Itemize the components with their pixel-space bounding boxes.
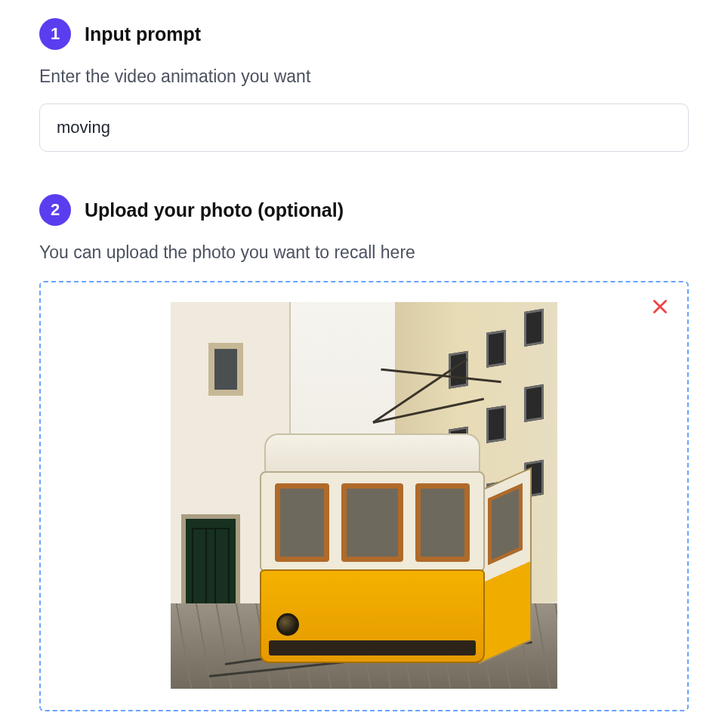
prompt-input[interactable] xyxy=(39,103,689,152)
step-2-title: Upload your photo (optional) xyxy=(85,199,344,221)
uploaded-photo-preview xyxy=(171,302,557,689)
upload-dropzone[interactable] xyxy=(39,281,689,711)
step-1-description: Enter the video animation you want xyxy=(39,66,689,87)
step-1-number: 1 xyxy=(51,24,60,44)
close-icon xyxy=(650,297,670,316)
remove-photo-button[interactable] xyxy=(646,293,674,320)
step-2-number: 2 xyxy=(51,200,60,220)
step-1-badge: 1 xyxy=(39,18,71,50)
step-1-title: Input prompt xyxy=(85,23,201,45)
step-2-header: 2 Upload your photo (optional) xyxy=(39,194,689,226)
step-1-header: 1 Input prompt xyxy=(39,18,689,50)
step-2-badge: 2 xyxy=(39,194,71,226)
step-2-description: You can upload the photo you want to rec… xyxy=(39,242,689,263)
